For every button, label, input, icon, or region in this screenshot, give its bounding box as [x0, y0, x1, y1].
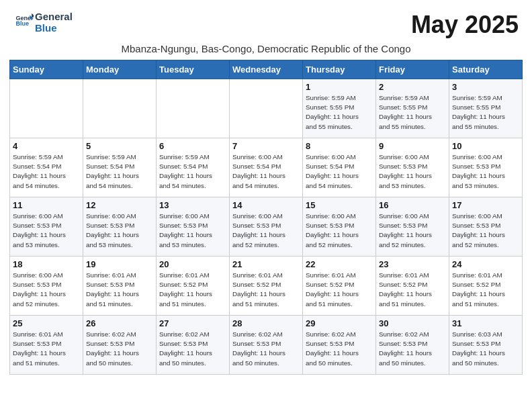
day-info: Sunrise: 6:01 AMSunset: 5:52 PMDaylight:… [452, 271, 519, 309]
day-info: Sunrise: 6:00 AMSunset: 5:53 PMDaylight:… [13, 271, 80, 309]
calendar-cell: 23Sunrise: 6:01 AMSunset: 5:52 PMDayligh… [376, 257, 449, 316]
day-info: Sunrise: 6:00 AMSunset: 5:54 PMDaylight:… [306, 152, 373, 191]
day-number: 20 [159, 259, 226, 269]
calendar-cell: 12Sunrise: 6:00 AMSunset: 5:53 PMDayligh… [83, 197, 157, 257]
calendar-week-3: 11Sunrise: 6:00 AMSunset: 5:53 PMDayligh… [10, 197, 523, 257]
calendar-cell [230, 79, 303, 138]
calendar-cell: 21Sunrise: 6:01 AMSunset: 5:52 PMDayligh… [230, 257, 303, 316]
day-info: Sunrise: 6:00 AMSunset: 5:53 PMDaylight:… [306, 212, 373, 250]
day-number: 31 [452, 318, 519, 328]
calendar-table: SundayMondayTuesdayWednesdayThursdayFrid… [9, 60, 523, 375]
calendar-header: SundayMondayTuesdayWednesdayThursdayFrid… [10, 60, 523, 79]
calendar-cell: 17Sunrise: 6:00 AMSunset: 5:53 PMDayligh… [449, 197, 523, 257]
calendar-cell: 30Sunrise: 6:02 AMSunset: 5:53 PMDayligh… [376, 316, 449, 375]
day-number: 10 [452, 141, 519, 151]
calendar-cell: 26Sunrise: 6:02 AMSunset: 5:53 PMDayligh… [83, 316, 157, 375]
day-info: Sunrise: 6:01 AMSunset: 5:52 PMDaylight:… [159, 271, 226, 309]
day-info: Sunrise: 5:59 AMSunset: 5:54 PMDaylight:… [159, 152, 226, 191]
day-number: 19 [86, 259, 153, 269]
day-info: Sunrise: 6:00 AMSunset: 5:53 PMDaylight:… [232, 212, 300, 250]
weekday-header-sunday: Sunday [10, 60, 83, 79]
weekday-header-wednesday: Wednesday [230, 60, 303, 79]
day-info: Sunrise: 6:01 AMSunset: 5:53 PMDaylight:… [86, 271, 153, 309]
day-info: Sunrise: 6:00 AMSunset: 5:53 PMDaylight:… [13, 212, 80, 250]
day-info: Sunrise: 6:02 AMSunset: 5:53 PMDaylight:… [232, 330, 300, 368]
calendar-cell: 2Sunrise: 5:59 AMSunset: 5:55 PMDaylight… [376, 79, 449, 138]
month-title: May 2025 [411, 11, 519, 39]
calendar-cell: 31Sunrise: 6:03 AMSunset: 5:53 PMDayligh… [449, 316, 523, 375]
day-info: Sunrise: 6:01 AMSunset: 5:52 PMDaylight:… [379, 271, 446, 309]
day-number: 25 [13, 318, 80, 328]
day-info: Sunrise: 6:02 AMSunset: 5:53 PMDaylight:… [306, 330, 373, 368]
calendar-cell: 10Sunrise: 6:00 AMSunset: 5:53 PMDayligh… [449, 138, 523, 197]
calendar-cell: 20Sunrise: 6:01 AMSunset: 5:52 PMDayligh… [157, 257, 230, 316]
day-number: 16 [379, 200, 446, 210]
day-number: 21 [232, 259, 300, 269]
calendar-week-1: 1Sunrise: 5:59 AMSunset: 5:55 PMDaylight… [10, 79, 523, 138]
calendar-week-4: 18Sunrise: 6:00 AMSunset: 5:53 PMDayligh… [10, 257, 523, 316]
logo: General Blue General Blue [13, 11, 73, 34]
day-info: Sunrise: 6:00 AMSunset: 5:53 PMDaylight:… [379, 152, 446, 191]
day-number: 28 [232, 318, 300, 328]
calendar-cell: 24Sunrise: 6:01 AMSunset: 5:52 PMDayligh… [449, 257, 523, 316]
location-title: Mbanza-Ngungu, Bas-Congo, Democratic Rep… [13, 43, 519, 54]
day-info: Sunrise: 5:59 AMSunset: 5:54 PMDaylight:… [13, 152, 80, 191]
day-number: 26 [86, 318, 153, 328]
day-number: 18 [13, 259, 80, 269]
calendar-cell: 3Sunrise: 5:59 AMSunset: 5:55 PMDaylight… [449, 79, 523, 138]
weekday-header-saturday: Saturday [449, 60, 523, 79]
day-info: Sunrise: 6:01 AMSunset: 5:52 PMDaylight:… [232, 271, 300, 309]
calendar-cell: 7Sunrise: 6:00 AMSunset: 5:54 PMDaylight… [230, 138, 303, 197]
calendar-cell: 6Sunrise: 5:59 AMSunset: 5:54 PMDaylight… [157, 138, 230, 197]
day-info: Sunrise: 6:01 AMSunset: 5:53 PMDaylight:… [13, 330, 80, 368]
day-number: 4 [13, 141, 80, 151]
day-number: 2 [379, 82, 446, 92]
day-info: Sunrise: 6:00 AMSunset: 5:53 PMDaylight:… [86, 212, 153, 250]
calendar-cell: 5Sunrise: 5:59 AMSunset: 5:54 PMDaylight… [83, 138, 157, 197]
calendar-cell [83, 79, 157, 138]
page-header: General Blue General Blue May 2025 [0, 0, 532, 42]
day-number: 13 [159, 200, 226, 210]
calendar-cell: 13Sunrise: 6:00 AMSunset: 5:53 PMDayligh… [157, 197, 230, 257]
logo-text-line1: General [35, 11, 73, 22]
day-info: Sunrise: 6:01 AMSunset: 5:52 PMDaylight:… [306, 271, 373, 309]
day-info: Sunrise: 5:59 AMSunset: 5:55 PMDaylight:… [306, 93, 373, 132]
calendar-cell: 22Sunrise: 6:01 AMSunset: 5:52 PMDayligh… [303, 257, 376, 316]
calendar-cell: 15Sunrise: 6:00 AMSunset: 5:53 PMDayligh… [303, 197, 376, 257]
calendar-cell: 29Sunrise: 6:02 AMSunset: 5:53 PMDayligh… [303, 316, 376, 375]
day-number: 9 [379, 141, 446, 151]
calendar-cell: 8Sunrise: 6:00 AMSunset: 5:54 PMDaylight… [303, 138, 376, 197]
day-info: Sunrise: 6:00 AMSunset: 5:53 PMDaylight:… [379, 212, 446, 250]
calendar-cell: 11Sunrise: 6:00 AMSunset: 5:53 PMDayligh… [10, 197, 83, 257]
day-info: Sunrise: 6:00 AMSunset: 5:53 PMDaylight:… [452, 152, 519, 191]
day-number: 1 [306, 82, 373, 92]
calendar-cell: 16Sunrise: 6:00 AMSunset: 5:53 PMDayligh… [376, 197, 449, 257]
calendar-cell: 9Sunrise: 6:00 AMSunset: 5:53 PMDaylight… [376, 138, 449, 197]
weekday-header-monday: Monday [83, 60, 157, 79]
day-number: 14 [232, 200, 300, 210]
day-number: 22 [306, 259, 373, 269]
day-number: 27 [159, 318, 226, 328]
calendar-cell [157, 79, 230, 138]
day-info: Sunrise: 6:02 AMSunset: 5:53 PMDaylight:… [159, 330, 226, 368]
day-number: 23 [379, 259, 446, 269]
logo-icon: General Blue [15, 11, 34, 30]
day-number: 3 [452, 82, 519, 92]
day-number: 15 [306, 200, 373, 210]
weekday-header-friday: Friday [376, 60, 449, 79]
day-info: Sunrise: 5:59 AMSunset: 5:54 PMDaylight:… [86, 152, 153, 191]
weekday-header-tuesday: Tuesday [157, 60, 230, 79]
svg-text:Blue: Blue [15, 20, 29, 27]
day-number: 7 [232, 141, 300, 151]
day-number: 12 [86, 200, 153, 210]
calendar-week-5: 25Sunrise: 6:01 AMSunset: 5:53 PMDayligh… [10, 316, 523, 375]
day-info: Sunrise: 5:59 AMSunset: 5:55 PMDaylight:… [452, 93, 519, 132]
calendar: SundayMondayTuesdayWednesdayThursdayFrid… [0, 60, 532, 381]
calendar-cell: 25Sunrise: 6:01 AMSunset: 5:53 PMDayligh… [10, 316, 83, 375]
calendar-cell: 28Sunrise: 6:02 AMSunset: 5:53 PMDayligh… [230, 316, 303, 375]
calendar-cell: 27Sunrise: 6:02 AMSunset: 5:53 PMDayligh… [157, 316, 230, 375]
day-number: 5 [86, 141, 153, 151]
day-number: 6 [159, 141, 226, 151]
day-info: Sunrise: 6:00 AMSunset: 5:53 PMDaylight:… [452, 212, 519, 250]
weekday-header-thursday: Thursday [303, 60, 376, 79]
